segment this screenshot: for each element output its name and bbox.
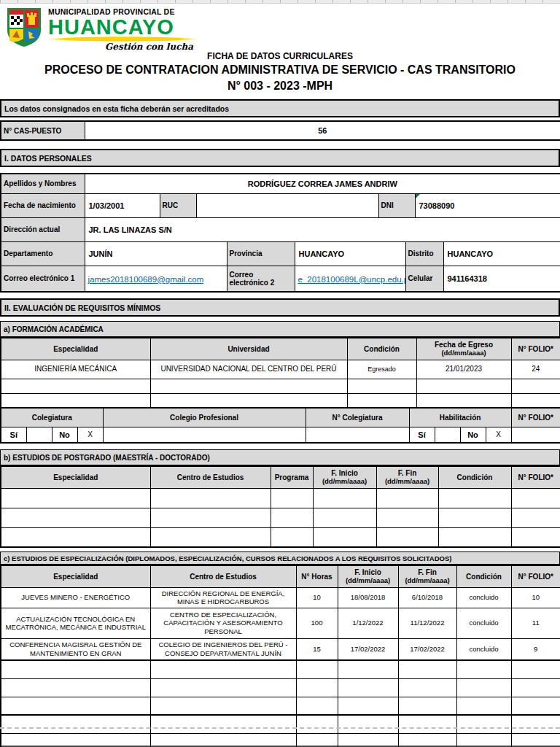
empty-cell[interactable] (416, 393, 511, 408)
empty-cell[interactable] (1, 697, 150, 715)
empty-cell[interactable] (511, 697, 560, 715)
table-cell[interactable]: 10 (511, 587, 560, 608)
fecha-nacimiento-value[interactable]: 1/03/2001 (85, 193, 160, 217)
empty-cell[interactable] (456, 697, 511, 715)
apellidos-value[interactable]: RODRÍGUEZ CORREA JAMES ANDRIW (85, 174, 560, 193)
table-cell[interactable]: 15 (296, 638, 338, 660)
empty-cell[interactable] (1, 379, 150, 393)
colegiatura-no-checkbox[interactable]: X (77, 427, 103, 443)
empty-cell[interactable] (511, 733, 560, 747)
empty-cell[interactable] (511, 508, 560, 527)
table-cell[interactable]: ACTUALIZACIÓN TECNOLÓGICA EN MECATRÓNICA… (1, 608, 150, 638)
empty-cell[interactable] (398, 678, 456, 697)
correo1-link[interactable]: james2018100689@gmail.com (88, 275, 204, 284)
empty-cell[interactable] (456, 660, 511, 678)
table-cell[interactable]: concluido (456, 587, 511, 608)
empty-cell[interactable] (376, 508, 438, 527)
empty-cell[interactable] (271, 527, 313, 547)
empty-cell[interactable] (511, 379, 560, 393)
empty-cell[interactable] (313, 488, 376, 508)
table-cell[interactable]: COLEGIO DE INGENIEROS DEL PERÚ - CONSEJO… (150, 638, 296, 660)
colegio-profesional-value[interactable] (103, 427, 306, 443)
empty-cell[interactable] (511, 527, 560, 547)
habilitacion-si-checkbox[interactable] (435, 427, 460, 443)
empty-cell[interactable] (456, 715, 511, 733)
empty-cell[interactable] (296, 715, 338, 733)
empty-cell[interactable] (1, 678, 150, 697)
empty-cell[interactable] (296, 660, 338, 678)
empty-cell[interactable] (511, 715, 560, 733)
empty-cell[interactable] (347, 393, 416, 408)
table-cell[interactable]: 21/01/2023 (416, 360, 511, 379)
empty-cell[interactable] (271, 508, 313, 527)
table-cell[interactable]: DIRECCIÓN REGIONAL DE ENERGÍA, MINAS E H… (150, 587, 296, 608)
table-cell[interactable]: concluido (456, 638, 511, 660)
empty-cell[interactable] (511, 393, 560, 408)
empty-cell[interactable] (313, 527, 376, 547)
empty-cell[interactable] (1, 488, 150, 508)
empty-cell[interactable] (347, 379, 416, 393)
table-cell[interactable]: 18/08/2018 (338, 587, 398, 608)
empty-cell[interactable] (1, 733, 150, 747)
numero-colegiatura-value[interactable] (306, 427, 409, 443)
empty-cell[interactable] (456, 733, 511, 747)
table-cell[interactable]: UNIVERSIDAD NACIONAL DEL CENTRO DEL PERÚ (150, 360, 347, 379)
table-cell[interactable]: 1/12/2022 (338, 608, 398, 638)
habilitacion-no-checkbox[interactable]: X (486, 427, 511, 443)
empty-cell[interactable] (313, 508, 376, 527)
empty-cell[interactable] (150, 697, 296, 715)
empty-cell[interactable] (511, 678, 560, 697)
empty-cell[interactable] (416, 379, 511, 393)
table-cell[interactable]: CENTRO DE ESPECIALIZACIÓN, CAPACITACIÓN … (150, 608, 296, 638)
table-cell[interactable]: 9 (511, 638, 560, 660)
table-cell[interactable]: 17/02/2022 (398, 638, 456, 660)
empty-cell[interactable] (1, 527, 150, 547)
table-cell[interactable]: 11/12/2022 (398, 608, 456, 638)
direccion-value[interactable]: JR. LAS LINAZAS S/N (85, 217, 560, 241)
empty-cell[interactable] (1, 393, 150, 408)
empty-cell[interactable] (296, 733, 338, 747)
empty-cell[interactable] (150, 379, 347, 393)
correo2-link[interactable]: e_2018100689L@uncp.edu.pe (298, 275, 406, 284)
table-cell[interactable]: Egresado (347, 360, 416, 379)
empty-cell[interactable] (296, 697, 338, 715)
ruc-value[interactable] (196, 193, 378, 217)
empty-cell[interactable] (438, 508, 511, 527)
table-cell[interactable]: 10 (296, 587, 338, 608)
empty-cell[interactable] (438, 527, 511, 547)
empty-cell[interactable] (1, 508, 150, 527)
empty-cell[interactable] (150, 527, 271, 547)
empty-cell[interactable] (438, 488, 511, 508)
empty-cell[interactable] (150, 488, 271, 508)
departamento-value[interactable]: JUNÍN (85, 241, 227, 266)
table-cell[interactable]: concluido (456, 608, 511, 638)
empty-cell[interactable] (511, 660, 560, 678)
empty-cell[interactable] (338, 733, 398, 747)
empty-cell[interactable] (150, 660, 296, 678)
empty-cell[interactable] (1, 660, 150, 678)
distrito-value[interactable]: HUANCAYO (443, 241, 560, 266)
empty-cell[interactable] (398, 733, 456, 747)
empty-cell[interactable] (398, 715, 456, 733)
empty-cell[interactable] (338, 660, 398, 678)
table-cell[interactable]: 100 (296, 608, 338, 638)
empty-cell[interactable] (376, 527, 438, 547)
empty-cell[interactable] (150, 715, 296, 733)
provincia-value[interactable]: HUANCAYO (295, 241, 405, 266)
empty-cell[interactable] (511, 488, 560, 508)
empty-cell[interactable] (398, 660, 456, 678)
empty-cell[interactable] (150, 678, 296, 697)
empty-cell[interactable] (150, 733, 296, 747)
table-cell[interactable]: INGENIERÍA MECÁNICA (1, 360, 150, 379)
colegiatura-si-checkbox[interactable] (26, 427, 52, 443)
table-cell[interactable]: 24 (511, 360, 560, 379)
empty-cell[interactable] (150, 508, 271, 527)
cas-puesto-value[interactable]: 56 (85, 121, 560, 140)
table-cell[interactable]: 6/10/2018 (398, 587, 456, 608)
empty-cell[interactable] (271, 488, 313, 508)
table-cell[interactable]: 11 (511, 608, 560, 638)
celular-value[interactable]: 941164318 (443, 266, 560, 292)
empty-cell[interactable] (1, 715, 150, 733)
table-cell[interactable]: 17/02/2022 (338, 638, 398, 660)
empty-cell[interactable] (398, 697, 456, 715)
